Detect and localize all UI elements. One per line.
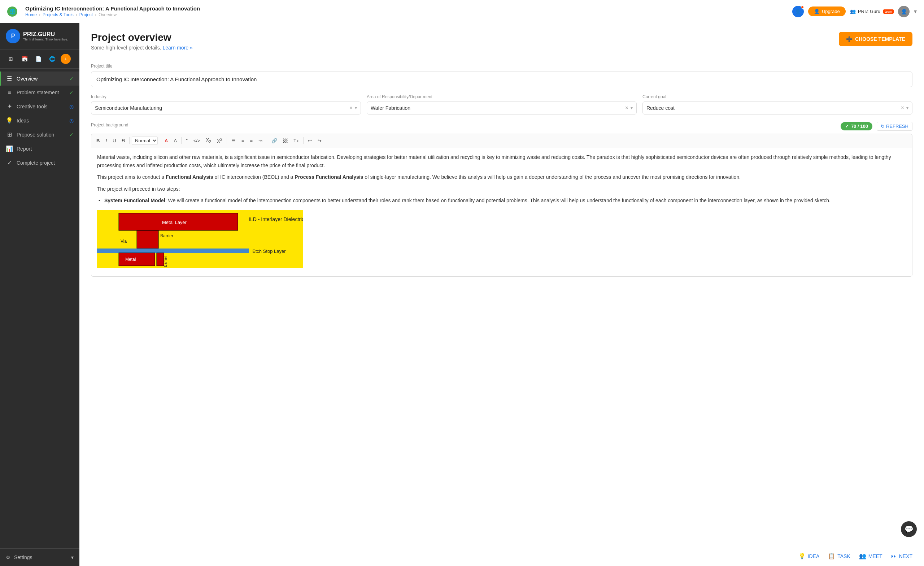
logo-tagline: Think different. Think Inventive.	[23, 38, 68, 41]
overview-icon: ☰	[6, 75, 13, 82]
header-title-area: Optimizing IC Interconnection: A Functio…	[22, 5, 200, 17]
sidebar-item-overview[interactable]: ☰ Overview ✓	[0, 72, 80, 86]
goal-label: Current goal	[642, 94, 912, 99]
link-button[interactable]: 🔗	[269, 137, 279, 145]
sidebar-footer: ⚙ Settings ▾	[0, 548, 80, 566]
clear-format-button[interactable]: Tx	[291, 137, 301, 145]
diagram-container: ILD - Interlayer Dielectric Metal Layer …	[97, 210, 906, 270]
industry-arrow-icon[interactable]: ▾	[355, 105, 357, 110]
align-left-button[interactable]: ≡	[248, 137, 255, 145]
bottom-action-idea[interactable]: 💡 IDEA	[798, 552, 820, 560]
italic-button[interactable]: I	[103, 137, 109, 145]
ic-diagram: ILD - Interlayer Dielectric Metal Layer …	[97, 210, 303, 268]
refresh-button[interactable]: ↻ REFRESH	[877, 122, 912, 131]
toolbar-divider-4	[226, 137, 227, 144]
upgrade-icon: 👤	[814, 9, 820, 14]
sidebar-icon-file[interactable]: 📄	[33, 54, 44, 64]
sidebar-item-propose-solution[interactable]: ⊞ Propose solution ✓	[0, 128, 80, 142]
editor-toolbar: B I U S Normal A A " </> X2 X2 ☰ ≡ ≡	[91, 134, 912, 147]
toolbar-divider-2	[160, 137, 160, 144]
sidebar-item-complete-project[interactable]: ✓ Complete project	[0, 156, 80, 170]
quote-button[interactable]: "	[184, 137, 190, 145]
svg-rect-13	[157, 253, 164, 266]
svg-text:Barrier: Barrier	[164, 256, 168, 267]
strikethrough-button[interactable]: S	[120, 137, 127, 145]
sidebar-icon-globe[interactable]: 🌐	[47, 54, 57, 64]
breadcrumb-projects[interactable]: Projects & Tools	[43, 12, 74, 17]
responsibility-field-group: Area of Responsibility/Department Wafer …	[367, 94, 637, 114]
sidebar-item-ideas[interactable]: 💡 Ideas ◎	[0, 113, 80, 128]
top-header: 🌐 Optimizing IC Interconnection: A Funct…	[0, 0, 924, 23]
sidebar-icon-add[interactable]: +	[61, 54, 71, 64]
goal-field-group: Current goal Reduce cost × ▾	[642, 94, 912, 114]
responsibility-select[interactable]: Wafer Fabrication × ▾	[367, 101, 637, 114]
breadcrumb: Home › Projects & Tools › Project › Over…	[25, 12, 200, 17]
breadcrumb-home[interactable]: Home	[25, 12, 37, 17]
editor-bullet-list: System Functional Model: We will create …	[97, 197, 906, 205]
underline-button[interactable]: U	[111, 137, 118, 145]
sidebar-item-creative-tools[interactable]: ✦ Creative tools ◎	[0, 99, 80, 113]
settings-chevron-icon: ▾	[71, 554, 74, 560]
notification-avatar[interactable]: 👤	[792, 6, 804, 17]
responsibility-label: Area of Responsibility/Department	[367, 94, 637, 99]
ordered-list-button[interactable]: ☰	[229, 137, 238, 145]
score-value: 70 / 100	[851, 123, 868, 129]
logo-icon: P	[6, 29, 20, 43]
upgrade-button[interactable]: 👤 Upgrade	[808, 6, 846, 16]
ideas-check-icon: ◎	[69, 118, 74, 123]
toolbar-divider-6	[303, 137, 303, 144]
undo-button[interactable]: ↩	[306, 137, 314, 145]
bottom-action-meet[interactable]: 👥 MEET	[859, 552, 882, 560]
superscript-button[interactable]: X2	[215, 136, 225, 145]
unordered-list-button[interactable]: ≡	[239, 137, 246, 145]
next-icon: ⏭	[891, 553, 897, 560]
goal-arrow-icon[interactable]: ▾	[906, 105, 909, 110]
bold-button[interactable]: B	[94, 137, 102, 145]
heading-select[interactable]: Normal	[132, 137, 158, 145]
bottom-action-next[interactable]: ⏭ NEXT	[891, 553, 912, 560]
svg-text:Metal: Metal	[125, 257, 136, 262]
goal-clear-icon[interactable]: ×	[901, 105, 904, 111]
user-avatar[interactable]: 👤	[898, 6, 910, 17]
team-badge: team	[883, 9, 894, 14]
report-icon: 📊	[6, 145, 13, 152]
sidebar-item-report[interactable]: 📊 Report	[0, 142, 80, 156]
indent-button[interactable]: ⇥	[256, 137, 265, 145]
choose-template-button[interactable]: ➕ CHOOSE TEMPLATE	[839, 32, 912, 46]
user-menu[interactable]: 👥 PRIZ Guru team	[850, 9, 894, 14]
svg-rect-11	[119, 253, 155, 266]
industry-select[interactable]: Semiconductor Manufacturing × ▾	[91, 101, 361, 114]
responsibility-clear-icon[interactable]: ×	[625, 105, 628, 111]
subscript-button[interactable]: X2	[204, 136, 214, 145]
industry-field-group: Industry Semiconductor Manufacturing × ▾	[91, 94, 361, 114]
sidebar-icon-grid[interactable]: ⊞	[6, 54, 16, 64]
breadcrumb-project[interactable]: Project	[80, 12, 93, 17]
sidebar-icon-calendar[interactable]: 📅	[20, 54, 30, 64]
project-title-input[interactable]	[91, 72, 912, 87]
editor-body[interactable]: Material waste, including silicon and ot…	[91, 147, 912, 276]
bullet-item-1: System Functional Model: We will create …	[104, 197, 906, 205]
propose-check-icon: ✓	[69, 132, 74, 138]
code-button[interactable]: </>	[191, 137, 202, 145]
svg-text:Via: Via	[120, 239, 127, 244]
highlight-button[interactable]: A	[171, 137, 179, 145]
sidebar-item-problem-statement[interactable]: ≡ Problem statement ✓	[0, 86, 80, 99]
goal-value: Reduce cost	[646, 105, 899, 111]
chevron-down-icon[interactable]: ▾	[914, 8, 917, 15]
user-icon: 👥	[850, 9, 856, 14]
redo-button[interactable]: ↪	[315, 137, 324, 145]
toolbar-divider-1	[129, 137, 130, 144]
goal-select[interactable]: Reduce cost × ▾	[642, 101, 912, 114]
learn-more-link[interactable]: Learn more »	[162, 45, 192, 51]
sidebar-item-settings[interactable]: ⚙ Settings ▾	[6, 554, 74, 560]
bottom-action-task[interactable]: 📋 TASK	[828, 552, 850, 560]
score-badge: ✓ 70 / 100	[841, 122, 872, 130]
svg-text:Metal Layer: Metal Layer	[162, 220, 187, 225]
chat-button[interactable]: 💬	[901, 521, 917, 537]
project-header-title: Optimizing IC Interconnection: A Functio…	[25, 5, 200, 12]
industry-clear-icon[interactable]: ×	[350, 105, 352, 111]
responsibility-arrow-icon[interactable]: ▾	[630, 105, 633, 110]
text-color-button[interactable]: A	[162, 137, 170, 145]
image-button[interactable]: 🖼	[281, 137, 290, 145]
svg-text:Barrier: Barrier	[160, 233, 173, 238]
